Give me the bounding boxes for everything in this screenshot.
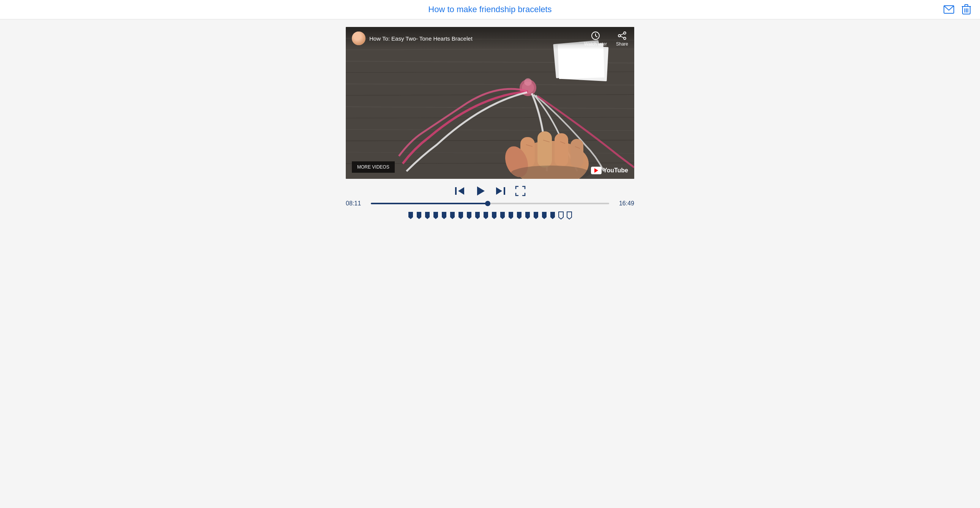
chapter-marker-icon (483, 212, 489, 221)
svg-point-42 (618, 35, 620, 37)
video-frame (346, 27, 634, 179)
chapter-marker-icon (416, 212, 422, 221)
svg-line-39 (595, 36, 597, 37)
svg-line-44 (620, 37, 624, 38)
more-videos-button[interactable]: MORE VIDEOS (352, 161, 395, 173)
chapter-marker[interactable] (449, 212, 455, 221)
svg-rect-30 (571, 139, 583, 167)
chapter-markers (346, 212, 634, 227)
fullscreen-icon (515, 186, 526, 196)
svg-rect-29 (555, 133, 568, 167)
chapter-marker-icon (491, 212, 497, 221)
chapter-marker-icon (474, 212, 480, 221)
chapter-marker[interactable] (550, 212, 556, 221)
chapter-marker-icon (558, 212, 564, 221)
chapter-marker[interactable] (466, 212, 472, 221)
chapter-marker[interactable] (558, 212, 564, 221)
chapter-marker-icon (424, 212, 430, 221)
chapter-marker[interactable] (408, 212, 414, 221)
svg-rect-28 (538, 131, 552, 167)
main-content: How To: Easy Two- Tone Hearts Bracelet W… (0, 19, 980, 235)
svg-marker-45 (458, 187, 464, 195)
trash-icon (962, 4, 971, 15)
chapter-marker[interactable] (533, 212, 539, 221)
youtube-label: YouTube (603, 167, 628, 174)
share-button[interactable]: Share (616, 32, 628, 47)
video-player[interactable]: How To: Easy Two- Tone Hearts Bracelet W… (346, 27, 634, 179)
progress-thumb[interactable] (485, 201, 490, 206)
chapter-marker[interactable] (433, 212, 439, 221)
share-icon (618, 32, 626, 40)
current-time: 08:11 (346, 200, 365, 207)
chapter-marker-icon (508, 212, 514, 221)
play-icon (474, 185, 486, 197)
youtube-logo: YouTube (591, 167, 628, 174)
svg-rect-46 (455, 187, 457, 195)
chapter-marker[interactable] (566, 212, 572, 221)
chapter-marker[interactable] (541, 212, 547, 221)
svg-rect-3 (965, 5, 968, 6)
chapter-marker-icon (533, 212, 539, 221)
chapter-marker-icon (408, 212, 414, 221)
chapter-marker[interactable] (458, 212, 464, 221)
page-title: How to make friendship bracelets (428, 5, 552, 14)
video-thumbnail: How To: Easy Two- Tone Hearts Bracelet W… (346, 27, 634, 179)
chapter-marker-icon (525, 212, 531, 221)
svg-point-25 (524, 78, 532, 86)
fullscreen-button[interactable] (515, 186, 526, 196)
chapter-marker-icon (500, 212, 506, 221)
chapter-marker-icon (441, 212, 447, 221)
svg-marker-48 (496, 187, 502, 195)
svg-point-41 (624, 37, 626, 40)
watch-later-label: Watch later (584, 41, 607, 47)
email-button[interactable] (942, 4, 956, 15)
chapter-marker-icon (433, 212, 439, 221)
chapter-marker-icon (449, 212, 455, 221)
chapter-marker[interactable] (516, 212, 522, 221)
video-bottom-overlay: MORE VIDEOS (346, 161, 395, 179)
top-bar-actions (942, 3, 972, 16)
progress-bar-fill (371, 203, 488, 204)
watch-later-button[interactable]: Watch later (584, 32, 607, 47)
chapter-marker-icon (516, 212, 522, 221)
progress-row: 08:11 16:49 (346, 200, 634, 212)
chapter-marker[interactable] (525, 212, 531, 221)
total-time: 16:49 (615, 200, 634, 207)
chapter-marker-icon (466, 212, 472, 221)
clock-icon (591, 32, 600, 40)
chapter-marker[interactable] (508, 212, 514, 221)
svg-marker-47 (477, 186, 485, 196)
next-button[interactable] (495, 186, 506, 196)
progress-bar[interactable] (371, 203, 609, 204)
chapter-marker[interactable] (424, 212, 430, 221)
chapter-marker-icon (458, 212, 464, 221)
share-label: Share (616, 41, 628, 47)
chapter-marker[interactable] (474, 212, 480, 221)
svg-rect-49 (504, 187, 505, 195)
delete-button[interactable] (960, 3, 972, 16)
previous-button[interactable] (454, 186, 465, 196)
chapter-marker[interactable] (416, 212, 422, 221)
skip-forward-icon (495, 186, 506, 196)
chapter-marker-icon (541, 212, 547, 221)
youtube-play-icon (591, 167, 601, 174)
video-overlay-controls: Watch later Share (584, 32, 628, 47)
chapter-marker[interactable] (500, 212, 506, 221)
chapter-marker[interactable] (483, 212, 489, 221)
chapter-marker-icon (550, 212, 556, 221)
play-button[interactable] (474, 185, 486, 197)
top-bar: How to make friendship bracelets (0, 0, 980, 19)
video-title-overlay: How To: Easy Two- Tone Hearts Bracelet (369, 35, 473, 42)
svg-point-40 (624, 32, 626, 34)
skip-back-icon (454, 186, 465, 196)
chapter-marker[interactable] (441, 212, 447, 221)
controls-bar (346, 179, 634, 200)
svg-line-43 (620, 34, 624, 35)
chapter-marker[interactable] (491, 212, 497, 221)
email-icon (943, 5, 954, 14)
chapter-marker-icon (566, 212, 572, 221)
channel-avatar (352, 32, 366, 45)
